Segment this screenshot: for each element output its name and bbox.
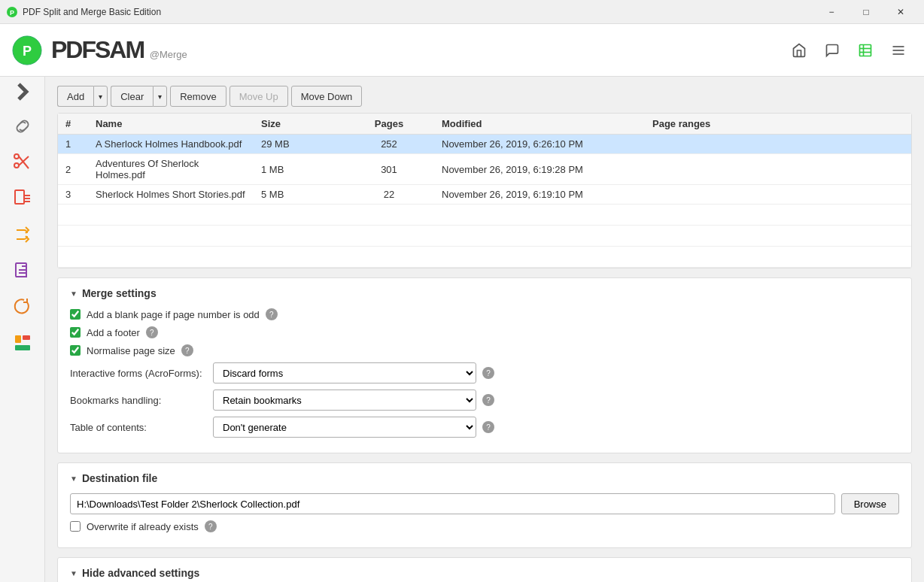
toolbar: Add Clear Remove Move Up Move Down bbox=[57, 86, 912, 107]
cell-ranges bbox=[645, 154, 911, 185]
title-bar: P PDF Split and Merge Basic Edition − □ … bbox=[0, 0, 924, 24]
content-area: Add Clear Remove Move Up Move Down # Nam… bbox=[45, 77, 924, 582]
sidebar-item-split-bookmarks[interactable] bbox=[6, 182, 39, 215]
merge-settings-panel: ▼ Merge settings Add a blank page if pag… bbox=[57, 277, 912, 453]
header: P PDFSAM @Merge bbox=[0, 24, 924, 77]
pdfsam-logo-icon: P bbox=[12, 35, 42, 65]
blank-page-help-icon[interactable]: ? bbox=[266, 308, 278, 320]
sidebar-item-split-merge[interactable] bbox=[6, 326, 39, 359]
minimize-button[interactable]: − bbox=[814, 0, 849, 24]
svg-rect-24 bbox=[15, 345, 30, 350]
sidebar-item-alternate[interactable] bbox=[6, 218, 39, 251]
table-row[interactable]: 1 A Sherlock Holmes Handbook.pdf 29 MB 2… bbox=[58, 135, 911, 154]
table-row[interactable]: 2 Adventures Of Sherlock Holmes.pdf 1 MB… bbox=[58, 154, 911, 185]
normalise-checkbox[interactable] bbox=[70, 345, 81, 356]
normalise-help-icon[interactable]: ? bbox=[181, 344, 193, 356]
cell-ranges bbox=[645, 135, 911, 154]
header-actions bbox=[786, 37, 912, 64]
destination-arrow: ▼ bbox=[70, 474, 78, 483]
clear-button-group: Clear bbox=[111, 86, 167, 107]
cell-name: Sherlock Holmes Short Stories.pdf bbox=[88, 185, 254, 205]
bookmarks-help-icon[interactable]: ? bbox=[482, 394, 494, 406]
remove-button[interactable]: Remove bbox=[170, 86, 226, 107]
home-button[interactable] bbox=[786, 37, 813, 64]
advanced-settings-arrow: ▼ bbox=[70, 569, 78, 577]
clear-dropdown-button[interactable] bbox=[153, 86, 167, 107]
table-row[interactable]: 3 Sherlock Holmes Short Stories.pdf 5 MB… bbox=[58, 185, 911, 205]
footer-help-icon[interactable]: ? bbox=[146, 326, 158, 338]
browse-button[interactable]: Browse bbox=[841, 493, 899, 514]
cell-size: 29 MB bbox=[254, 135, 344, 154]
sidebar-item-extract[interactable] bbox=[6, 254, 39, 287]
chevron-right-icon bbox=[11, 80, 34, 103]
svg-rect-15 bbox=[15, 190, 24, 204]
destination-panel: ▼ Destination file Browse Overwrite if a… bbox=[57, 462, 912, 548]
add-dropdown-button[interactable] bbox=[93, 86, 108, 107]
table-icon bbox=[858, 43, 873, 58]
destination-header[interactable]: ▼ Destination file bbox=[70, 472, 899, 484]
overwrite-checkbox[interactable] bbox=[70, 521, 81, 532]
clear-button[interactable]: Clear bbox=[111, 86, 153, 107]
normalise-row: Normalise page size ? bbox=[70, 344, 899, 356]
sidebar-item-rotate[interactable] bbox=[6, 290, 39, 323]
add-button[interactable]: Add bbox=[57, 86, 93, 107]
sidebar-item-merge[interactable] bbox=[6, 110, 39, 143]
table-button[interactable] bbox=[852, 37, 879, 64]
cell-num: 2 bbox=[58, 154, 88, 185]
logo-text: PDFSAM bbox=[51, 36, 144, 63]
sidebar-item-split[interactable] bbox=[6, 146, 39, 179]
feedback-button[interactable] bbox=[819, 37, 846, 64]
cell-modified: November 26, 2019, 6:19:28 PM bbox=[434, 154, 645, 185]
overwrite-help-icon[interactable]: ? bbox=[205, 520, 217, 532]
interactive-forms-help-icon[interactable]: ? bbox=[482, 367, 494, 379]
split-merge-icon bbox=[12, 332, 33, 353]
footer-checkbox[interactable] bbox=[70, 327, 81, 338]
extract-icon bbox=[12, 260, 33, 281]
cell-pages: 22 bbox=[344, 185, 434, 205]
cell-modified: November 26, 2019, 6:26:10 PM bbox=[434, 135, 645, 154]
svg-text:P: P bbox=[10, 9, 14, 17]
title-bar-text: PDF Split and Merge Basic Edition bbox=[23, 7, 814, 17]
col-header-name: Name bbox=[88, 114, 254, 135]
normalise-label: Normalise page size bbox=[87, 345, 175, 356]
col-header-ranges: Page ranges bbox=[645, 114, 911, 135]
title-bar-buttons: − □ ✕ bbox=[814, 0, 918, 24]
svg-rect-22 bbox=[15, 335, 21, 343]
main-layout: Add Clear Remove Move Up Move Down # Nam… bbox=[0, 77, 924, 582]
advanced-settings-title: Hide advanced settings bbox=[82, 567, 199, 579]
maximize-button[interactable]: □ bbox=[849, 0, 883, 24]
cell-size: 1 MB bbox=[254, 154, 344, 185]
file-table: # Name Size Pages Modified Page ranges 1… bbox=[58, 114, 911, 268]
interactive-forms-select[interactable]: Discard forms Merge forms Keep all forms bbox=[213, 362, 476, 383]
close-button[interactable]: ✕ bbox=[883, 0, 918, 24]
sidebar-toggle-button[interactable] bbox=[11, 83, 34, 101]
table-empty-row bbox=[58, 226, 911, 247]
cell-modified: November 26, 2019, 6:19:10 PM bbox=[434, 185, 645, 205]
home-icon bbox=[792, 43, 807, 58]
table-empty-row bbox=[58, 205, 911, 226]
cell-pages: 301 bbox=[344, 154, 434, 185]
svg-text:P: P bbox=[23, 44, 32, 59]
merge-settings-header[interactable]: ▼ Merge settings bbox=[70, 287, 899, 299]
overwrite-label: Overwrite if already exists bbox=[87, 521, 199, 532]
destination-input-row: Browse bbox=[70, 493, 899, 514]
destination-input[interactable] bbox=[70, 493, 835, 514]
move-up-button[interactable]: Move Up bbox=[229, 86, 288, 107]
blank-page-checkbox[interactable] bbox=[70, 309, 81, 320]
move-down-button[interactable]: Move Down bbox=[291, 86, 363, 107]
svg-point-11 bbox=[14, 154, 19, 159]
toc-help-icon[interactable]: ? bbox=[482, 421, 494, 433]
blank-page-label: Add a blank page if page number is odd bbox=[87, 309, 260, 320]
pdfsam-title-icon: P bbox=[6, 6, 18, 18]
cell-pages: 252 bbox=[344, 135, 434, 154]
advanced-settings-header[interactable]: ▼ Hide advanced settings bbox=[70, 567, 899, 579]
toc-label: Table of contents: bbox=[70, 422, 213, 433]
bookmarks-select[interactable]: Retain bookmarks Discard bookmarks Merge… bbox=[213, 390, 476, 411]
bookmarks-row: Bookmarks handling: Retain bookmarks Dis… bbox=[70, 390, 899, 411]
menu-button[interactable] bbox=[885, 37, 912, 64]
scissors-icon bbox=[12, 152, 33, 173]
footer-label: Add a footer bbox=[87, 327, 140, 338]
blank-page-row: Add a blank page if page number is odd ? bbox=[70, 308, 899, 320]
toc-select[interactable]: Don't generate Generate bbox=[213, 417, 476, 438]
destination-title: Destination file bbox=[82, 472, 157, 484]
